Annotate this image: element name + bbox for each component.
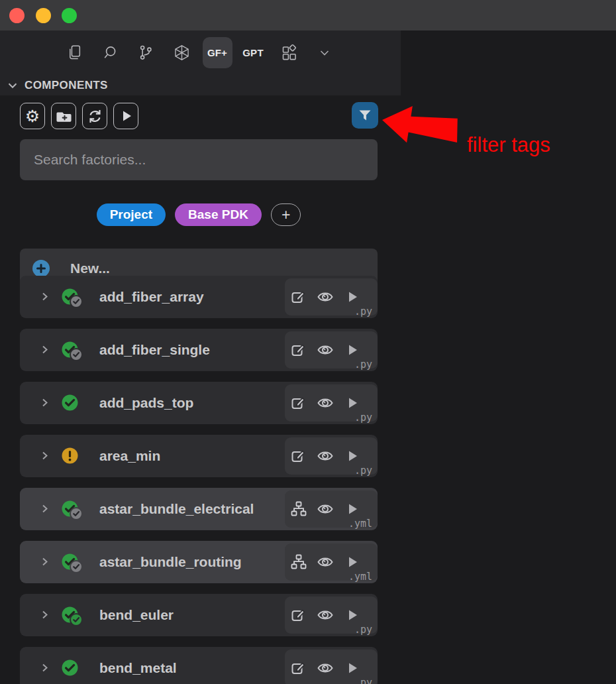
component-name: add_pads_top [99,382,193,424]
run-component-button[interactable] [342,447,361,465]
expand-toggle[interactable] [39,291,50,305]
filter-icon [357,107,373,123]
component-row[interactable]: bend_metal .py [20,647,378,684]
view-button[interactable] [316,288,334,306]
tab-gfplus[interactable]: GF+ [199,30,235,74]
success-icon [61,659,79,677]
component-row[interactable]: add_fiber_array .py [20,276,378,318]
component-row[interactable]: astar_bundle_electrical .yml [20,488,378,530]
expand-toggle[interactable] [39,344,50,358]
view-button[interactable] [316,659,334,677]
view-icon [316,288,334,306]
run-button[interactable] [113,103,138,129]
run-component-button[interactable] [342,553,361,571]
run-icon [343,288,360,306]
component-row[interactable]: add_pads_top .py [20,382,378,424]
close-button[interactable] [9,8,25,23]
status-indicator [61,606,81,626]
run-icon [343,341,360,359]
search-input[interactable] [20,139,378,180]
box-3d-icon[interactable] [164,30,199,74]
edit-button[interactable] [289,606,308,624]
new-button-label: New... [70,260,110,276]
file-extension-label: .py [354,677,372,684]
warning-icon [61,447,79,465]
success-icon [61,394,79,412]
component-row[interactable]: astar_bundle_routing .yml [20,541,378,583]
run-component-button[interactable] [342,394,361,412]
expand-toggle[interactable] [39,450,50,464]
edit-icon [289,394,308,412]
open-schematic-button[interactable] [289,553,308,571]
view-button[interactable] [316,500,334,518]
chevron-down-icon[interactable] [307,30,342,74]
expand-toggle[interactable] [39,662,50,676]
add-tag-button[interactable]: + [271,203,301,226]
status-indicator [61,394,81,414]
file-extension-label: .py [354,624,372,636]
view-icon [316,447,334,465]
run-component-button[interactable] [342,606,361,624]
status-indicator [61,659,81,679]
run-component-button[interactable] [342,659,361,677]
new-folder-button[interactable] [51,103,76,129]
edit-icon [289,341,308,359]
run-component-button[interactable] [342,288,361,306]
view-button[interactable] [316,394,334,412]
edit-button[interactable] [289,341,308,359]
view-button[interactable] [316,553,334,571]
open-schematic-button[interactable] [289,500,308,518]
expand-chevron-icon [39,397,50,408]
edit-icon [289,606,308,624]
view-button[interactable] [316,447,334,465]
play-icon [118,108,134,124]
source-control-icon[interactable] [128,30,164,74]
component-row[interactable]: bend_euler .py [20,594,378,636]
sidebar-header: GF+ GPT COMPONENTS [0,30,401,95]
settings-button[interactable]: ⚙ [20,103,45,129]
view-icon [316,394,334,412]
view-icon [316,341,334,359]
refresh-button[interactable] [82,103,107,129]
run-component-button[interactable] [342,341,361,359]
annotation-text: filter tags [467,133,550,157]
edit-button[interactable] [289,394,308,412]
expand-toggle[interactable] [39,397,50,411]
edit-button[interactable] [289,288,308,306]
expand-toggle[interactable] [39,556,50,570]
run-icon [343,553,360,571]
view-button[interactable] [316,341,334,359]
status-indicator [61,553,81,573]
expand-chevron-icon [39,344,50,355]
status-indicator [61,288,81,308]
edit-button[interactable] [289,447,308,465]
plus-circle-icon [32,260,50,277]
zoom-button[interactable] [62,8,77,23]
minimize-button[interactable] [36,8,51,23]
expand-toggle[interactable] [39,503,50,517]
extensions-icon[interactable] [271,30,307,74]
expand-toggle[interactable] [39,609,50,623]
activity-bar: GF+ GPT [56,30,342,74]
filter-tags-button[interactable] [352,102,378,129]
tab-gpt[interactable]: GPT [235,30,271,74]
run-icon [343,606,360,624]
sub-check-badge-icon [70,613,83,626]
status-indicator [61,447,81,467]
file-extension-label: .py [354,306,372,317]
component-name: add_fiber_array [99,276,204,318]
tag-base-pdk[interactable]: Base PDK [175,203,262,226]
tag-project[interactable]: Project [97,203,166,226]
component-row[interactable]: add_fiber_single .py [20,329,378,371]
view-button[interactable] [316,606,334,624]
run-component-button[interactable] [342,500,361,518]
component-name: bend_euler [99,594,174,636]
files-icon[interactable] [56,30,92,74]
edit-button[interactable] [289,659,308,677]
search-icon[interactable] [92,30,128,74]
components-section-header[interactable]: COMPONENTS [5,76,108,95]
status-indicator [61,341,81,361]
view-icon [316,659,334,677]
component-row[interactable]: area_min .py [20,435,378,477]
file-extension-label: .py [354,412,372,424]
